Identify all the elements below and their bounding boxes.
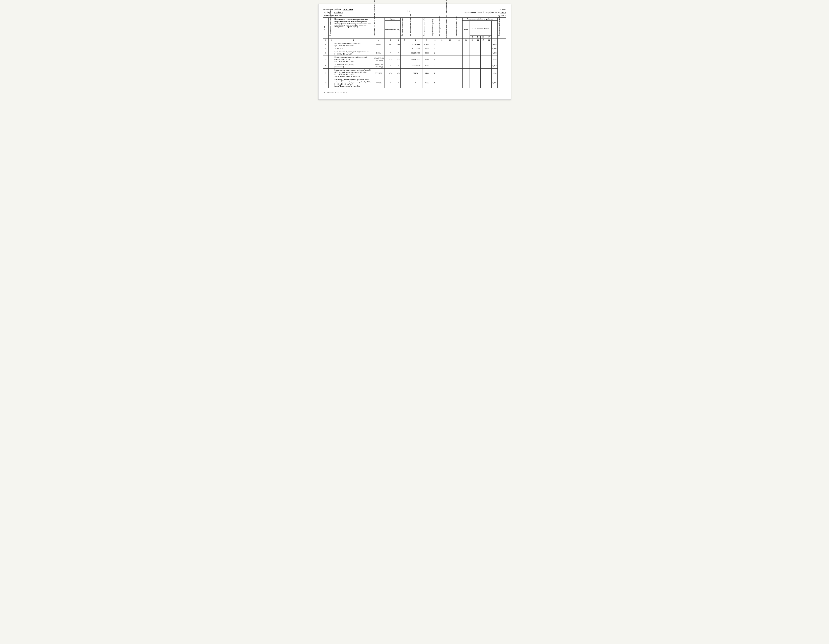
row-qty: 2 [431, 47, 438, 50]
row-declared [455, 55, 463, 63]
row-price: 0,0I5 [422, 55, 431, 63]
row-equip-code: 3722ZI2005 [409, 50, 422, 56]
row-cost: 0,002 [492, 47, 498, 50]
row-declared [455, 47, 463, 50]
cn2: 2 [328, 39, 334, 42]
row-q3 [481, 63, 486, 69]
row-pusk [438, 68, 445, 78]
row-q2 [475, 68, 481, 78]
th-expected: Ожидаемое наличие 01.01.19... г. В т. ч.… [445, 17, 455, 39]
row-expected [445, 42, 455, 47]
row-q4 [486, 68, 492, 78]
cn12: 12 [445, 39, 455, 42]
page-header: Заказчик-застройщик 903-I-2/484 Стройка … [323, 8, 506, 17]
row-expected [445, 50, 455, 56]
row-pusk [438, 63, 445, 69]
row-unit: –"– [385, 50, 396, 56]
row-q4 [486, 42, 492, 47]
row-equip-code: –"– [409, 78, 422, 88]
row-q2 [475, 47, 481, 50]
row-unit: –"– [385, 68, 396, 78]
row-cost: 0,I05 [492, 55, 498, 63]
row-q4 [486, 78, 492, 88]
th-q1: I [470, 36, 475, 39]
row-code: –"– [396, 68, 400, 78]
row-type: КА440.75.03 (19ч 16бр) [373, 55, 385, 63]
th-type: Тип, марка, кат. поз. № чертежа, та, мат… [373, 17, 385, 39]
row-total [463, 47, 470, 50]
row-total [463, 42, 470, 47]
row-q1 [470, 55, 475, 63]
row-pos [328, 63, 334, 69]
th-total: Всего [463, 20, 470, 38]
row-qty: 2 [431, 50, 438, 56]
row-total [463, 78, 470, 88]
row-type: IIч6бк [373, 50, 385, 56]
row-equip-code: 3722III0I0 [409, 47, 422, 50]
footer: ЦИТП 0174-09 ВС.ОС.05.03.09 [323, 91, 506, 93]
table-row: 5То же Ø 15–"––"––"–3722III0I00,00I20,00… [323, 47, 506, 50]
row-q4 [486, 63, 492, 69]
row-q1 [470, 68, 475, 78]
row-name: Регулятор давления прямого действия "до … [334, 68, 373, 78]
row-pusk [438, 47, 445, 50]
row-code: –"– [396, 55, 400, 63]
page-number: –19– [353, 9, 465, 13]
row-qty: I [431, 78, 438, 88]
cn15: 15 [470, 39, 475, 42]
table-row: 8То же Ø 200, Ру=1,0МПа, (IO кгс/см2)Л44… [323, 63, 506, 69]
row-total [463, 50, 470, 56]
row-q4 [486, 55, 492, 63]
row-unit: –"– [385, 78, 396, 88]
row-expected [445, 55, 455, 63]
row-total [463, 63, 470, 69]
row-name: Регулятор давления прямого действия "пос… [334, 78, 373, 88]
row-factory-code [400, 42, 409, 47]
cn18: 18 [486, 39, 492, 42]
row-name: Кран пробковый, проходной муфтовый Ø 15 … [334, 50, 373, 56]
row-name: Клапан обратный поворотный фланцевый, од… [334, 55, 373, 63]
table-row: I0Регулятор давления прямого действия "п… [323, 78, 506, 88]
row-declared [455, 68, 463, 78]
table-row: 7Клапан обратный поворотный фланцевый, о… [323, 55, 506, 63]
row-equip-code: 372244I0II [409, 63, 422, 69]
row-expected [445, 47, 455, 50]
row-q3 [481, 68, 486, 78]
row-q1 [470, 42, 475, 47]
row-q1 [470, 78, 475, 88]
row-expected [445, 68, 455, 78]
row-factory-code [400, 63, 409, 69]
row-expected [445, 78, 455, 88]
th-qty: Потребность по проекту [431, 17, 438, 39]
row-code: –"– [396, 50, 400, 56]
th-price: Цена единицы (тыс. руб.) [422, 17, 431, 39]
row-pos [328, 68, 334, 78]
row-q3 [481, 42, 486, 47]
row-total [463, 68, 470, 78]
spec-num: ТМС6 [500, 11, 506, 13]
row-num: 4 [323, 42, 328, 47]
row-code: 796 [396, 42, 400, 47]
row-declared [455, 42, 463, 47]
row-num: 5 [323, 47, 328, 50]
row-type: УРРД-50 [373, 68, 385, 78]
row-price: 0,I08 [422, 68, 431, 78]
th-equip-code: Код оборудования, материалов [409, 17, 422, 39]
row-cost: 0,I08 [492, 68, 498, 78]
th-factory-code: Код завода-изготовителя [400, 17, 409, 39]
cn6: 6 [396, 39, 400, 42]
th-agreed: Согласованный объём потребности [463, 17, 498, 20]
th-q4: IV [486, 36, 492, 39]
row-q2 [475, 55, 481, 63]
row-qty: 6 [431, 42, 438, 47]
row-price: 0,025 [422, 63, 431, 69]
row-q4 [486, 50, 492, 56]
cn8: 8 [409, 39, 422, 42]
row-unit: –"– [385, 55, 396, 63]
row-declared [455, 50, 463, 56]
row-num: 7 [323, 55, 328, 63]
cn7: 7 [400, 39, 409, 42]
row-pusk [438, 78, 445, 88]
th-pos: № позиции по технологической схеме [328, 17, 334, 39]
row-price: 0,00I3 [422, 42, 431, 47]
